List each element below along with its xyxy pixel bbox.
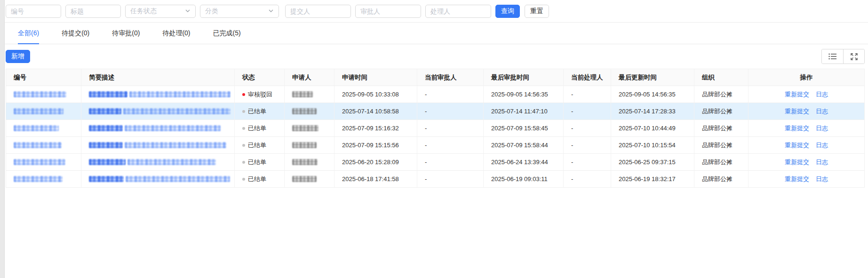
chevron-down-icon bbox=[182, 8, 191, 15]
filter-input-handler[interactable] bbox=[425, 5, 491, 18]
cell-last-update-time: 2025-06-19 18:32:17 bbox=[611, 171, 694, 187]
resubmit-link[interactable]: 重新提交 bbox=[785, 158, 809, 167]
status-dot bbox=[242, 127, 245, 130]
cell-description[interactable] bbox=[81, 137, 235, 153]
tab-1[interactable]: 待提交(0) bbox=[62, 23, 89, 44]
cell-last-approve-time: 2025-07-09 15:58:44 bbox=[484, 137, 564, 153]
table-body: 审核驳回2025-09-05 10:33:08-2025-09-05 14:56… bbox=[6, 86, 864, 188]
tab-2[interactable]: 待审批(0) bbox=[112, 23, 140, 44]
filter-input-number[interactable] bbox=[6, 5, 61, 18]
filter-select-task-status[interactable]: 任务状态 bbox=[125, 5, 196, 18]
cell-last-update-time: 2025-09-05 14:56:35 bbox=[611, 86, 694, 103]
cell-apply-time: 2025-09-05 10:33:08 bbox=[334, 86, 417, 103]
column-header-3: 申请人 bbox=[285, 69, 334, 86]
cell-last-approve-time: 2025-07-09 15:58:45 bbox=[484, 120, 564, 136]
redacted-id-text[interactable] bbox=[14, 125, 59, 131]
cell-applicant bbox=[285, 154, 334, 170]
redacted-applicant bbox=[292, 108, 317, 114]
cell-actions: 重新提交日志 bbox=[749, 171, 864, 187]
cell-last-update-time: 2025-07-14 17:28:33 bbox=[611, 103, 694, 119]
column-header-10: 操作 bbox=[749, 69, 864, 86]
cell-last-update-time: 2025-06-25 09:37:15 bbox=[611, 154, 694, 170]
tab-4[interactable]: 已完成(5) bbox=[213, 23, 241, 44]
status-text: 已结单 bbox=[248, 158, 266, 167]
column-header-0: 编号 bbox=[6, 69, 81, 86]
status-text: 已结单 bbox=[248, 124, 266, 133]
column-header-2: 状态 bbox=[235, 69, 285, 86]
redacted-desc-prefix bbox=[89, 125, 123, 131]
tab-3[interactable]: 待处理(0) bbox=[162, 23, 190, 44]
redacted-desc-text bbox=[129, 91, 231, 97]
filter-bar: 任务状态 分类 查询 重置 bbox=[5, 0, 868, 23]
cell-description[interactable] bbox=[81, 120, 235, 136]
resubmit-link[interactable]: 重新提交 bbox=[785, 141, 809, 150]
log-link[interactable]: 日志 bbox=[816, 141, 828, 150]
cell-id[interactable] bbox=[6, 120, 81, 136]
cell-description[interactable] bbox=[81, 86, 235, 103]
redacted-id-text[interactable] bbox=[14, 159, 65, 165]
tab-0[interactable]: 全部(6) bbox=[18, 23, 39, 44]
redacted-id-text[interactable] bbox=[14, 176, 63, 182]
log-link[interactable]: 日志 bbox=[816, 90, 828, 99]
list-view-icon[interactable] bbox=[822, 49, 843, 64]
redacted-desc-prefix bbox=[89, 142, 123, 148]
reset-button[interactable]: 重置 bbox=[525, 5, 549, 18]
column-header-4: 申请时间 bbox=[334, 69, 417, 86]
redacted-desc-text bbox=[123, 108, 231, 114]
status-dot bbox=[242, 93, 245, 96]
table-row[interactable]: 已结单2025-07-09 15:16:32-2025-07-09 15:58:… bbox=[6, 120, 864, 137]
cell-org: 品牌部公摊 bbox=[694, 154, 749, 170]
log-link[interactable]: 日志 bbox=[816, 175, 828, 183]
cell-org: 品牌部公摊 bbox=[694, 137, 749, 153]
redacted-desc-prefix bbox=[89, 91, 127, 97]
cell-current-handler: - bbox=[564, 103, 611, 119]
table-row[interactable]: 已结单2025-06-18 17:41:58-2025-06-19 09:03:… bbox=[6, 171, 864, 188]
cell-description[interactable] bbox=[81, 171, 235, 187]
cell-actions: 重新提交日志 bbox=[749, 137, 864, 153]
filter-select-category[interactable]: 分类 bbox=[200, 5, 279, 18]
search-button[interactable]: 查询 bbox=[495, 5, 520, 18]
cell-description[interactable] bbox=[81, 154, 235, 170]
redacted-id-text[interactable] bbox=[14, 142, 62, 148]
status-dot bbox=[242, 110, 245, 113]
task-table: 编号简要描述状态申请人申请时间当前审批人最后审批时间当前处理人最后更新时间组织操… bbox=[6, 69, 865, 188]
cell-actions: 重新提交日志 bbox=[749, 120, 864, 136]
fullscreen-icon[interactable] bbox=[843, 49, 864, 64]
filter-input-approver[interactable] bbox=[355, 5, 421, 18]
task-list-page: 任务状态 分类 查询 重置 全部(6)待提交(0)待审批(0)待处理(0)已完成… bbox=[0, 0, 868, 278]
filter-input-title[interactable] bbox=[65, 5, 121, 18]
resubmit-link[interactable]: 重新提交 bbox=[785, 90, 809, 99]
cell-org: 品牌部公摊 bbox=[694, 171, 749, 187]
resubmit-link[interactable]: 重新提交 bbox=[785, 175, 809, 183]
table-row[interactable]: 已结单2025-07-09 15:15:56-2025-07-09 15:58:… bbox=[6, 137, 864, 154]
add-button[interactable]: 新增 bbox=[6, 50, 30, 63]
log-link[interactable]: 日志 bbox=[816, 107, 828, 116]
resubmit-link[interactable]: 重新提交 bbox=[785, 107, 809, 116]
column-header-8: 最后更新时间 bbox=[611, 69, 694, 86]
table-row[interactable]: 已结单2025-07-14 10:58:58-2025-07-14 11:47:… bbox=[6, 103, 864, 120]
cell-actions: 重新提交日志 bbox=[749, 103, 864, 119]
cell-id[interactable] bbox=[6, 137, 81, 153]
table-row[interactable]: 已结单2025-06-20 15:28:09-2025-06-24 13:39:… bbox=[6, 154, 864, 171]
cell-status: 已结单 bbox=[235, 171, 285, 187]
redacted-applicant bbox=[292, 91, 313, 97]
cell-id[interactable] bbox=[6, 86, 81, 103]
log-link[interactable]: 日志 bbox=[816, 124, 828, 133]
redacted-applicant bbox=[292, 125, 319, 131]
resubmit-link[interactable]: 重新提交 bbox=[785, 124, 809, 133]
filter-input-submitter[interactable] bbox=[285, 5, 351, 18]
redacted-desc-text bbox=[125, 125, 221, 131]
cell-id[interactable] bbox=[6, 154, 81, 170]
log-link[interactable]: 日志 bbox=[816, 158, 828, 167]
redacted-id-text[interactable] bbox=[14, 91, 66, 97]
table-header: 编号简要描述状态申请人申请时间当前审批人最后审批时间当前处理人最后更新时间组织操… bbox=[6, 69, 864, 86]
table-row[interactable]: 审核驳回2025-09-05 10:33:08-2025-09-05 14:56… bbox=[6, 86, 864, 103]
category-placeholder: 分类 bbox=[205, 7, 218, 16]
column-header-1: 简要描述 bbox=[81, 69, 235, 86]
redacted-id-text[interactable] bbox=[14, 108, 64, 114]
cell-description[interactable] bbox=[81, 103, 235, 119]
cell-id[interactable] bbox=[6, 171, 81, 187]
cell-id[interactable] bbox=[6, 103, 81, 119]
cell-org: 品牌部公摊 bbox=[694, 86, 749, 103]
cell-last-approve-time: 2025-06-24 13:39:44 bbox=[484, 154, 564, 170]
